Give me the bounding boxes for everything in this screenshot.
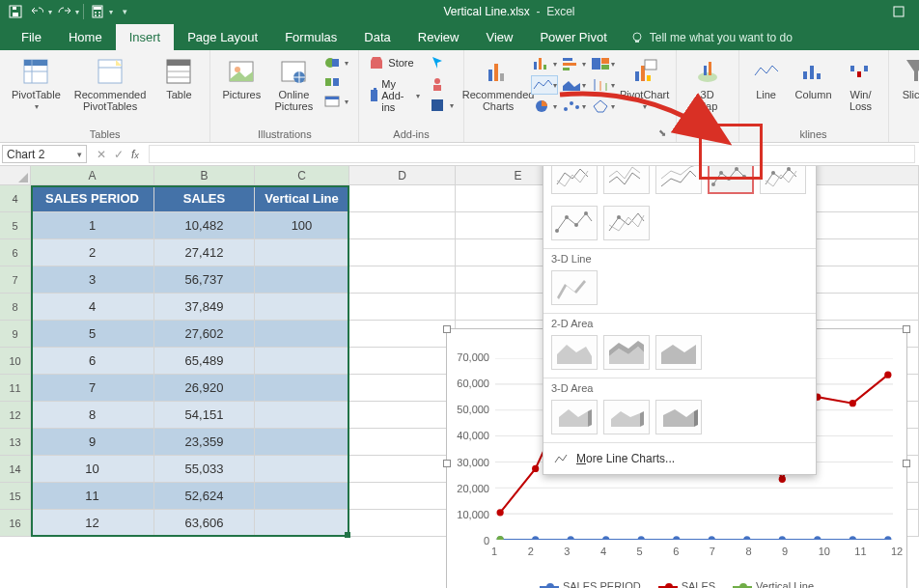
maximize-icon[interactable] xyxy=(884,2,913,21)
empty-cell[interactable] xyxy=(349,294,456,321)
data-cell[interactable]: 63,606 xyxy=(154,510,255,537)
row-header[interactable]: 4 xyxy=(0,185,31,212)
row-header[interactable]: 8 xyxy=(0,294,31,321)
sparkline-winloss-button[interactable]: Win/ Loss xyxy=(842,54,880,114)
fx-icon[interactable]: fx xyxy=(131,148,139,161)
row-header[interactable]: 11 xyxy=(0,375,31,402)
row-header[interactable]: 13 xyxy=(0,429,31,456)
data-cell[interactable]: 11 xyxy=(31,483,154,510)
3d-area-thumb-2[interactable] xyxy=(603,400,650,434)
data-cell[interactable]: 7 xyxy=(31,375,154,402)
data-cell[interactable]: 5 xyxy=(31,321,154,348)
data-cell[interactable] xyxy=(255,402,349,429)
data-cell[interactable] xyxy=(255,375,349,402)
table-header-cell[interactable]: Vertical Line xyxy=(255,185,349,212)
area-thumb-2[interactable] xyxy=(603,335,650,370)
slicer-button[interactable]: Slicer xyxy=(897,54,920,102)
data-cell[interactable] xyxy=(255,348,349,375)
line-chart-thumb-6[interactable] xyxy=(551,206,598,240)
data-cell[interactable]: 6 xyxy=(31,348,154,375)
stock-chart-button[interactable]: ▾ xyxy=(589,75,616,95)
area-chart-button[interactable]: ▾ xyxy=(560,75,587,95)
line-chart-thumb-3[interactable] xyxy=(655,166,702,194)
data-cell[interactable]: 27,412 xyxy=(154,239,255,266)
empty-cell[interactable] xyxy=(349,429,456,456)
worksheet-grid[interactable]: A B C D E H 4SALES PERIODSALESVertical L… xyxy=(0,166,919,588)
data-cell[interactable]: 23,359 xyxy=(154,429,255,456)
people-graph-button[interactable] xyxy=(428,75,456,93)
my-addins-button[interactable]: My Add-ins ▾ xyxy=(367,77,421,114)
tab-page-layout[interactable]: Page Layout xyxy=(174,24,271,50)
pivottable-button[interactable]: PivotTable▾ xyxy=(8,54,65,113)
charts-dialog-launcher[interactable]: ⬊ xyxy=(656,127,668,140)
col-header-a[interactable]: A xyxy=(31,166,154,184)
data-cell[interactable] xyxy=(255,510,349,537)
col-header-b[interactable]: B xyxy=(154,166,255,184)
empty-cell[interactable] xyxy=(349,348,456,375)
data-cell[interactable] xyxy=(255,429,349,456)
row-header[interactable]: 16 xyxy=(0,510,31,537)
line-markers-thumb[interactable] xyxy=(708,166,754,194)
col-header-d[interactable]: D xyxy=(349,166,456,184)
sparkline-column-button[interactable]: Column xyxy=(792,54,836,102)
3d-map-button[interactable]: 3D Map▾ xyxy=(684,54,731,125)
pictures-button[interactable]: Pictures xyxy=(218,54,265,102)
scatter-chart-button[interactable]: ▾ xyxy=(560,97,587,116)
tab-file[interactable]: File xyxy=(8,24,55,50)
resize-handle[interactable] xyxy=(443,325,451,333)
tab-review[interactable]: Review xyxy=(404,24,473,50)
data-cell[interactable]: 26,920 xyxy=(154,375,255,402)
data-cell[interactable]: 4 xyxy=(31,294,154,321)
tell-me-search[interactable]: Tell me what you want to do xyxy=(621,25,802,50)
data-cell[interactable]: 65,489 xyxy=(154,348,255,375)
recommended-charts-button[interactable]: Recommended Charts xyxy=(472,54,525,114)
row-header[interactable]: 7 xyxy=(0,266,31,294)
visio-button[interactable]: ▾ xyxy=(428,97,456,114)
save-icon[interactable] xyxy=(6,2,25,21)
data-cell[interactable]: 56,737 xyxy=(154,266,255,294)
qat-customize-icon[interactable]: ▾ xyxy=(115,2,134,21)
data-cell[interactable]: 3 xyxy=(31,266,154,294)
empty-cell[interactable] xyxy=(349,402,456,429)
data-cell[interactable] xyxy=(255,483,349,510)
data-cell[interactable] xyxy=(255,294,349,321)
row-header[interactable]: 12 xyxy=(0,402,31,429)
row-header[interactable]: 6 xyxy=(0,239,31,266)
data-cell[interactable]: 2 xyxy=(31,239,154,266)
row-header[interactable]: 9 xyxy=(0,321,31,348)
online-pictures-button[interactable]: Online Pictures xyxy=(270,54,317,114)
radar-chart-button[interactable]: ▾ xyxy=(589,97,616,116)
data-cell[interactable]: 54,151 xyxy=(154,402,255,429)
area-thumb-3[interactable] xyxy=(655,335,702,370)
line-chart-thumb-1[interactable] xyxy=(551,166,598,194)
data-cell[interactable]: 1 xyxy=(31,212,154,239)
line-chart-thumb-7[interactable] xyxy=(603,206,650,240)
pie-chart-button[interactable]: ▾ xyxy=(531,97,558,116)
data-cell[interactable]: 10 xyxy=(31,456,154,483)
data-cell[interactable] xyxy=(255,239,349,266)
row-header[interactable]: 10 xyxy=(0,348,31,375)
more-line-charts[interactable]: More Line Charts... xyxy=(543,443,816,474)
data-cell[interactable] xyxy=(255,266,349,294)
data-cell[interactable]: 10,482 xyxy=(154,212,255,239)
data-cell[interactable]: 37,849 xyxy=(154,294,255,321)
row-header[interactable]: 15 xyxy=(0,483,31,510)
resize-handle[interactable] xyxy=(903,325,910,333)
data-cell[interactable]: 55,033 xyxy=(154,456,255,483)
row-header[interactable]: 5 xyxy=(0,212,31,239)
data-cell[interactable]: 27,602 xyxy=(154,321,255,348)
data-cell[interactable]: 100 xyxy=(255,212,349,239)
empty-cell[interactable] xyxy=(349,212,456,239)
bar-chart-button[interactable]: ▾ xyxy=(560,54,587,73)
area-thumb-1[interactable] xyxy=(551,335,598,370)
screenshot-button[interactable]: ▾ xyxy=(322,93,350,110)
3d-area-thumb-1[interactable] xyxy=(551,400,598,434)
col-header-c[interactable]: C xyxy=(255,166,349,184)
column-chart-button[interactable]: ▾ xyxy=(531,54,558,73)
tab-view[interactable]: View xyxy=(472,24,526,50)
cancel-icon[interactable]: ✕ xyxy=(97,148,106,161)
tab-data[interactable]: Data xyxy=(350,24,404,50)
line-chart-thumb-5[interactable] xyxy=(760,166,806,194)
sparkline-line-button[interactable]: Line xyxy=(747,54,786,102)
formula-input[interactable] xyxy=(149,145,915,163)
